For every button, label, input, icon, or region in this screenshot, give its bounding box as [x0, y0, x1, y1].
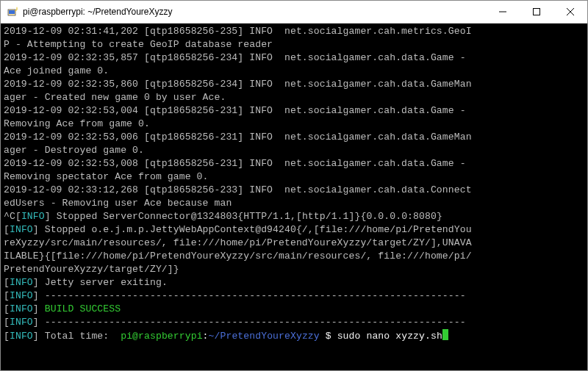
- log-line: ager - Destroyed game 0.: [4, 145, 144, 156]
- window-controls: [486, 1, 587, 23]
- log-line: edUsers - Removing user Ace because man: [4, 198, 232, 209]
- log-line: ager - Created new game 0 by user Ace.: [4, 92, 226, 103]
- info-tag: INFO: [21, 211, 45, 222]
- window-title: pi@raspberrypi: ~/PretendYoureXyzzy: [23, 7, 486, 17]
- info-tag: INFO: [10, 290, 33, 301]
- prompt-path: ~/PretendYoureXyzzy: [209, 331, 320, 342]
- log-line: [INFO] Total time: pi@raspberrypi:~/Pret…: [4, 331, 448, 342]
- svg-rect-1: [9, 10, 15, 14]
- svg-point-2: [16, 7, 18, 9]
- log-line: reXyzzy/src/main/resources/, file:///hom…: [4, 237, 472, 248]
- log-line: P - Attempting to create GeoIP database …: [4, 39, 273, 50]
- log-line: Removing Ace from game 0.: [4, 118, 150, 129]
- build-success: BUILD SUCCESS: [45, 303, 121, 314]
- cursor-icon: [442, 329, 448, 340]
- log-line: 2019-12-09 02:31:41,202 [qtp18658256-235…: [4, 26, 472, 37]
- svg-rect-4: [534, 9, 540, 15]
- log-line: [INFO] BUILD SUCCESS: [4, 303, 121, 314]
- terminal-window: pi@raspberrypi: ~/PretendYoureXyzzy 2019…: [0, 0, 588, 371]
- log-line: 2019-12-09 02:32:53,008 [qtp18658256-231…: [4, 158, 472, 169]
- maximize-button[interactable]: [520, 1, 553, 23]
- log-line: 2019-12-09 02:32:53,006 [qtp18658256-231…: [4, 132, 472, 143]
- prompt-command[interactable]: sudo nano xyzzy.sh: [337, 331, 442, 342]
- titlebar[interactable]: pi@raspberrypi: ~/PretendYoureXyzzy: [1, 1, 587, 24]
- prompt-user-host: pi@raspberrypi: [121, 331, 202, 342]
- minimize-button[interactable]: [486, 1, 520, 23]
- log-line: Removing spectator Ace from game 0.: [4, 171, 209, 182]
- log-line: 2019-12-09 02:33:12,268 [qtp18658256-233…: [4, 184, 472, 195]
- log-line: [INFO] ---------------------------------…: [4, 290, 466, 301]
- terminal-output[interactable]: 2019-12-09 02:31:41,202 [qtp18658256-235…: [1, 24, 587, 370]
- info-tag: INFO: [10, 317, 33, 328]
- info-tag: INFO: [10, 224, 33, 235]
- log-line: 2019-12-09 02:32:53,004 [qtp18658256-231…: [4, 105, 472, 116]
- log-line: [INFO] Jetty server exiting.: [4, 277, 168, 288]
- log-line: PretendYoureXyzzy/target/ZY/]}: [4, 264, 179, 275]
- info-tag: INFO: [10, 303, 33, 314]
- info-tag: INFO: [10, 277, 33, 288]
- log-line: [INFO] ---------------------------------…: [4, 317, 466, 328]
- log-line: ^C[INFO] Stopped ServerConnector@1324803…: [4, 211, 442, 222]
- close-button[interactable]: [553, 1, 587, 23]
- log-line: [INFO] Stopped o.e.j.m.p.JettyWebAppCont…: [4, 224, 472, 235]
- log-line: 2019-12-09 02:32:35,857 [qtp18658256-234…: [4, 52, 472, 63]
- log-line: 2019-12-09 02:32:35,860 [qtp18658256-234…: [4, 79, 472, 90]
- log-line: ILABLE}{[file:///home/pi/PretendYoureXyz…: [4, 251, 472, 262]
- putty-icon: [7, 6, 18, 18]
- log-line: Ace joined game 0.: [4, 65, 109, 76]
- info-tag: INFO: [10, 331, 33, 342]
